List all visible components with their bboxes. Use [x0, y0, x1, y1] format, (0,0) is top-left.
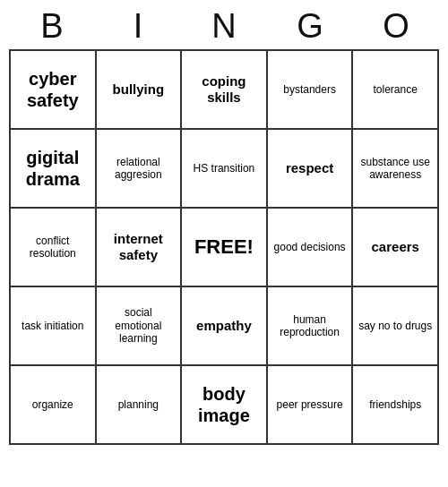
bingo-cell: bystanders [267, 50, 353, 129]
bingo-letter: I [102, 7, 174, 46]
bingo-cell: FREE! [181, 208, 267, 286]
bingo-cell: friendships [352, 365, 438, 444]
bingo-cell: tolerance [352, 50, 438, 129]
table-row: conflict resolutioninternet safetyFREE!g… [10, 208, 438, 286]
bingo-cell: conflict resolution [10, 208, 96, 286]
bingo-cell: planning [96, 365, 182, 444]
bingo-cell: say no to drugs [352, 286, 438, 365]
bingo-letter: O [360, 7, 432, 46]
bingo-header: BINGO [9, 0, 439, 49]
bingo-cell: organize [10, 365, 96, 444]
bingo-grid: cyber safetybullyingcoping skillsbystand… [9, 49, 439, 445]
bingo-cell: internet safety [96, 208, 182, 286]
bingo-cell: peer pressure [267, 365, 353, 444]
table-row: task initiationsocial emotional learning… [10, 286, 438, 365]
table-row: cyber safetybullyingcoping skillsbystand… [10, 50, 438, 129]
bingo-cell: cyber safety [10, 50, 96, 129]
bingo-cell: bullying [96, 50, 182, 129]
bingo-cell: task initiation [10, 286, 96, 365]
bingo-cell: respect [267, 129, 353, 208]
table-row: organizeplanningbody imagepeer pressuref… [10, 365, 438, 444]
bingo-cell: HS transition [181, 129, 267, 208]
bingo-cell: human reproduction [267, 286, 353, 365]
bingo-cell: body image [181, 365, 267, 444]
bingo-cell: empathy [181, 286, 267, 365]
bingo-letter: N [188, 7, 260, 46]
bingo-cell: social emotional learning [96, 286, 182, 365]
bingo-cell: gigital drama [10, 129, 96, 208]
bingo-cell: good decisions [267, 208, 353, 286]
bingo-cell: relational aggresion [96, 129, 182, 208]
bingo-letter: B [16, 7, 88, 46]
bingo-cell: careers [352, 208, 438, 286]
table-row: gigital dramarelational aggresionHS tran… [10, 129, 438, 208]
bingo-letter: G [274, 7, 346, 46]
bingo-cell: substance use awareness [352, 129, 438, 208]
bingo-cell: coping skills [181, 50, 267, 129]
